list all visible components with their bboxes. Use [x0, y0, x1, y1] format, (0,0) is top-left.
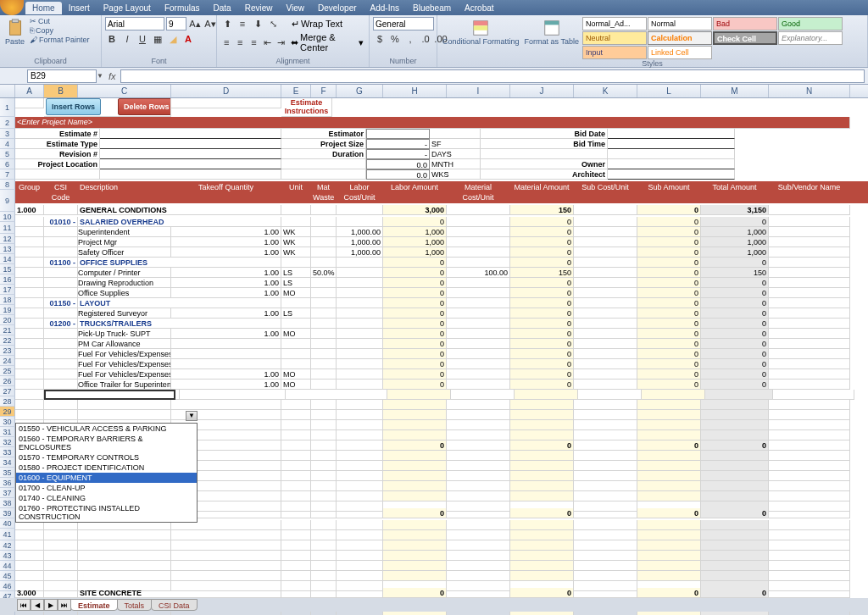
cell[interactable]	[311, 588, 337, 598]
cell[interactable]	[447, 349, 510, 359]
cell[interactable]	[769, 400, 850, 410]
cell[interactable]	[769, 520, 850, 530]
cell[interactable]: WK	[281, 237, 311, 247]
cell[interactable]: MO	[281, 288, 311, 298]
cell[interactable]	[78, 561, 171, 571]
cell[interactable]: 0	[383, 369, 447, 380]
cell[interactable]	[281, 298, 311, 308]
format-as-table-button[interactable]: Format as Table	[523, 17, 581, 47]
col-header-L[interactable]: L	[637, 85, 701, 97]
cell[interactable]: 0	[383, 319, 447, 329]
cell[interactable]: 0	[637, 508, 701, 518]
cell[interactable]: 1.00	[171, 247, 281, 258]
cell[interactable]	[171, 551, 281, 561]
cell[interactable]: 0	[701, 258, 769, 268]
style-cell[interactable]: Input	[582, 46, 647, 59]
dropdown-item[interactable]: 01600 - EQUIPMENT	[16, 473, 197, 483]
cell[interactable]	[44, 588, 78, 598]
row-header[interactable]: 46	[0, 581, 15, 591]
row-header[interactable]: 9	[0, 190, 15, 212]
cell[interactable]: 0	[637, 205, 701, 215]
insert-rows-button[interactable]: Insert Rows	[46, 98, 101, 115]
cell[interactable]: 0	[701, 329, 769, 339]
cell[interactable]	[311, 530, 337, 540]
cell[interactable]	[337, 588, 383, 598]
align-left-icon[interactable]: ≡	[220, 36, 232, 49]
style-cell[interactable]: Check Cell	[713, 31, 777, 45]
cell[interactable]	[510, 491, 574, 501]
cell[interactable]	[15, 258, 44, 268]
cell[interactable]: 0	[510, 247, 574, 258]
cell[interactable]	[311, 410, 337, 420]
comma-icon[interactable]: ,	[403, 32, 417, 46]
cell[interactable]	[510, 420, 574, 430]
ribbon-tab-insert[interactable]: Insert	[62, 2, 97, 14]
cell[interactable]	[701, 420, 769, 430]
cell[interactable]: 0	[701, 308, 769, 319]
cell[interactable]: 0	[510, 329, 574, 339]
cell[interactable]: 0	[510, 380, 574, 390]
increase-decimal-icon[interactable]: .0	[419, 32, 432, 46]
increase-font-icon[interactable]: A▴	[188, 17, 202, 30]
cell[interactable]	[311, 217, 337, 227]
cell[interactable]: 0	[383, 380, 447, 390]
cell[interactable]	[447, 227, 510, 237]
row-header[interactable]: 24	[0, 356, 15, 366]
cell[interactable]	[387, 390, 451, 400]
align-top-icon[interactable]: ⬆	[220, 17, 234, 30]
cell[interactable]: 1.00	[171, 380, 281, 390]
row-header[interactable]: 2	[0, 117, 15, 129]
cell[interactable]: 1.00	[171, 369, 281, 380]
cell[interactable]: PM Car Allowance	[78, 339, 171, 349]
cell[interactable]	[311, 508, 337, 518]
cell[interactable]	[574, 298, 637, 308]
cell[interactable]	[637, 471, 701, 481]
ribbon-tab-formulas[interactable]: Formulas	[158, 2, 207, 14]
cell[interactable]: 0	[701, 217, 769, 227]
form-field[interactable]: 0.0	[366, 159, 430, 169]
cell[interactable]: 0	[701, 440, 769, 451]
cell[interactable]: 0	[383, 359, 447, 369]
cell[interactable]	[510, 451, 574, 461]
cell[interactable]	[15, 400, 44, 410]
row-header[interactable]: 45	[0, 571, 15, 581]
cell[interactable]: 0	[637, 237, 701, 247]
cell[interactable]: 3,150	[701, 205, 769, 215]
number-format-combo[interactable]	[373, 17, 434, 30]
cell[interactable]	[281, 461, 311, 471]
cell[interactable]	[78, 551, 171, 561]
cell[interactable]	[769, 247, 850, 258]
cell[interactable]	[578, 390, 642, 400]
cell[interactable]	[574, 319, 637, 329]
cell[interactable]	[383, 540, 447, 551]
cell[interactable]	[15, 329, 44, 339]
cell[interactable]: 0	[701, 588, 769, 598]
cell[interactable]: TRUCKS/TRAILERS	[78, 319, 281, 329]
cell[interactable]: 0	[383, 508, 447, 518]
name-box-dropdown-icon[interactable]: ▼	[97, 72, 103, 80]
cell[interactable]	[15, 359, 44, 369]
cell[interactable]: 0	[510, 298, 574, 308]
cell[interactable]	[15, 298, 44, 308]
cell[interactable]: MO	[281, 329, 311, 339]
cell[interactable]	[769, 420, 850, 430]
cell[interactable]: 0	[637, 258, 701, 268]
cell[interactable]	[574, 258, 637, 268]
style-cell[interactable]: Bad	[713, 17, 777, 30]
cell[interactable]	[701, 451, 769, 461]
cell[interactable]	[642, 390, 705, 400]
cell[interactable]: 0	[637, 278, 701, 288]
cell[interactable]	[337, 298, 383, 308]
form-field[interactable]: 0.0	[366, 169, 430, 180]
cell[interactable]: 0	[637, 319, 701, 329]
cell[interactable]	[171, 571, 281, 581]
cell[interactable]	[15, 410, 44, 420]
row-header[interactable]: 1	[0, 98, 15, 117]
row-header[interactable]: 35	[0, 468, 15, 478]
cell[interactable]: 0	[701, 298, 769, 308]
cell-styles-gallery[interactable]: Normal_Ad...NormalBadGoodNeutralCalculat…	[582, 17, 843, 59]
cell[interactable]	[311, 237, 337, 247]
row-headers[interactable]: 1234567891011121314151617181920212223242…	[0, 98, 15, 601]
row-header[interactable]: 32	[0, 437, 15, 447]
row-header[interactable]: 17	[0, 285, 15, 295]
